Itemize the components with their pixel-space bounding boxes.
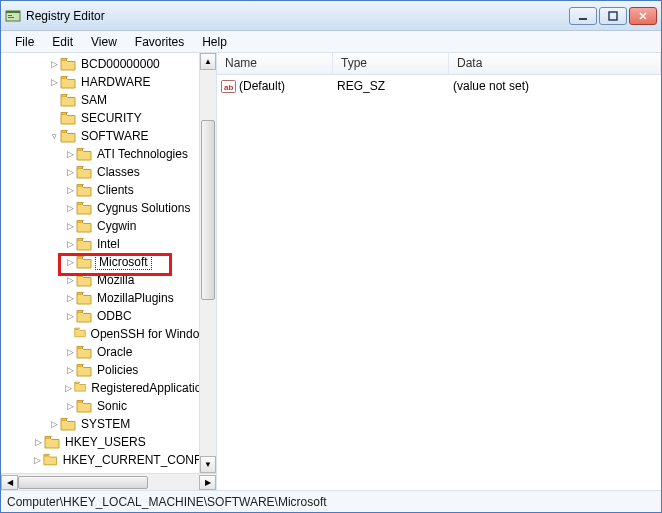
tree-item-label: ATI Technologies (95, 147, 190, 161)
tree-item[interactable]: ▷SYSTEM (1, 415, 216, 433)
menu-view[interactable]: View (83, 33, 125, 51)
tree-item[interactable]: ▷ATI Technologies (1, 145, 216, 163)
tree-item[interactable]: SECURITY (1, 109, 216, 127)
tree-expand-icon[interactable]: ▷ (65, 149, 75, 159)
scroll-right-button[interactable]: ▶ (199, 475, 216, 490)
svg-rect-3 (8, 17, 14, 18)
folder-icon (60, 57, 76, 71)
tree-expand-icon[interactable]: ▷ (65, 167, 75, 177)
tree-item-label: OpenSSH for Windows (89, 327, 216, 341)
scroll-left-button[interactable]: ◀ (1, 475, 18, 490)
folder-icon (60, 129, 76, 143)
tree-expand-icon[interactable]: ▷ (49, 419, 59, 429)
tree-item[interactable]: ▷Intel (1, 235, 216, 253)
tree-expand-icon[interactable]: ▷ (65, 347, 75, 357)
folder-icon (43, 453, 58, 467)
tree-expand-icon[interactable]: ▷ (65, 365, 75, 375)
folder-icon (76, 201, 92, 215)
folder-icon (76, 255, 92, 269)
tree-collapse-icon[interactable]: ▿ (49, 131, 59, 141)
vscroll-thumb[interactable] (201, 120, 215, 300)
tree-expand-icon[interactable]: ▷ (65, 383, 73, 393)
tree-item[interactable]: ▷HKEY_CURRENT_CONFIG (1, 451, 216, 469)
tree-expand-icon[interactable]: ▷ (65, 311, 75, 321)
folder-icon (76, 219, 92, 233)
tree-scroll[interactable]: ▷BCD00000000▷HARDWARESAMSECURITY▿SOFTWAR… (1, 53, 216, 473)
window-title: Registry Editor (26, 9, 569, 23)
folder-icon (76, 147, 92, 161)
column-header-type[interactable]: Type (333, 53, 449, 74)
menu-help[interactable]: Help (194, 33, 235, 51)
list-row[interactable]: ab (Default) REG_SZ (value not set) (221, 77, 657, 95)
tree-item[interactable]: ▷ODBC (1, 307, 216, 325)
tree-item[interactable]: ▷Sonic (1, 397, 216, 415)
tree-item[interactable]: ▷Cygnus Solutions (1, 199, 216, 217)
tree-vscrollbar[interactable]: ▲ ▼ (199, 53, 216, 473)
tree-expand-icon[interactable]: ▷ (65, 401, 75, 411)
tree-item[interactable]: ▷HARDWARE (1, 73, 216, 91)
folder-icon (60, 93, 76, 107)
list-pane: Name Type Data ab (Default) REG_SZ (valu… (217, 53, 661, 490)
tree-pane: ▷BCD00000000▷HARDWARESAMSECURITY▿SOFTWAR… (1, 53, 217, 490)
hscroll-thumb[interactable] (18, 476, 148, 489)
tree-expand-icon[interactable]: ▷ (49, 77, 59, 87)
scroll-down-button[interactable]: ▼ (200, 456, 216, 473)
list-body[interactable]: ab (Default) REG_SZ (value not set) (217, 75, 661, 490)
menu-file[interactable]: File (7, 33, 42, 51)
menu-favorites[interactable]: Favorites (127, 33, 192, 51)
tree-item[interactable]: OpenSSH for Windows (1, 325, 216, 343)
tree-item[interactable]: ▷Clients (1, 181, 216, 199)
scroll-up-button[interactable]: ▲ (200, 53, 216, 70)
tree-item-label: HARDWARE (79, 75, 153, 89)
app-icon (5, 8, 21, 24)
tree-expand-icon[interactable]: ▷ (65, 203, 75, 213)
tree-item-label: SYSTEM (79, 417, 132, 431)
statusbar: Computer\HKEY_LOCAL_MACHINE\SOFTWARE\Mic… (1, 490, 661, 512)
tree-hscrollbar[interactable]: ◀ ▶ (1, 473, 216, 490)
tree-item[interactable]: ▿SOFTWARE (1, 127, 216, 145)
tree-item[interactable]: ▷Oracle (1, 343, 216, 361)
titlebar: Registry Editor (1, 1, 661, 31)
tree-item[interactable]: ▷BCD00000000 (1, 55, 216, 73)
tree-item[interactable]: ▷Classes (1, 163, 216, 181)
tree-expand-icon[interactable]: ▷ (33, 455, 42, 465)
tree-item[interactable]: ▷Cygwin (1, 217, 216, 235)
tree-item-label: SOFTWARE (79, 129, 151, 143)
tree-expand-icon[interactable]: ▷ (65, 275, 75, 285)
tree-item-label: HKEY_USERS (63, 435, 148, 449)
tree-item-label: Oracle (95, 345, 134, 359)
minimize-button[interactable] (569, 7, 597, 25)
close-button[interactable] (629, 7, 657, 25)
svg-rect-5 (609, 12, 617, 20)
maximize-button[interactable] (599, 7, 627, 25)
tree-expand-icon[interactable]: ▷ (65, 293, 75, 303)
value-data: (value not set) (453, 79, 657, 93)
tree-item[interactable]: ▷Mozilla (1, 271, 216, 289)
tree-item-label: HKEY_CURRENT_CONFIG (61, 453, 216, 467)
tree-item[interactable]: ▷Microsoft (1, 253, 216, 271)
folder-icon (44, 435, 60, 449)
folder-icon (76, 183, 92, 197)
tree-item[interactable]: ▷HKEY_USERS (1, 433, 216, 451)
tree-item[interactable]: ▷RegisteredApplications (1, 379, 216, 397)
tree-expand-icon[interactable]: ▷ (33, 437, 43, 447)
tree-expand-icon[interactable]: ▷ (65, 185, 75, 195)
content-area: ▷BCD00000000▷HARDWARESAMSECURITY▿SOFTWAR… (1, 53, 661, 490)
tree-item[interactable]: ▷MozillaPlugins (1, 289, 216, 307)
tree-item[interactable]: SAM (1, 91, 216, 109)
tree-expand-icon[interactable]: ▷ (65, 257, 75, 267)
column-header-name[interactable]: Name (217, 53, 333, 74)
tree-item[interactable]: ▷Policies (1, 361, 216, 379)
folder-icon (74, 381, 86, 395)
tree-expand-icon[interactable]: ▷ (49, 59, 59, 69)
hscroll-track[interactable] (18, 475, 199, 490)
tree-expand-icon[interactable]: ▷ (65, 221, 75, 231)
folder-icon (76, 273, 92, 287)
tree-expand-icon[interactable]: ▷ (65, 239, 75, 249)
column-header-data[interactable]: Data (449, 53, 661, 74)
svg-text:ab: ab (224, 83, 233, 92)
menu-edit[interactable]: Edit (44, 33, 81, 51)
tree-item-label: Intel (95, 237, 122, 251)
folder-icon (60, 111, 76, 125)
vscroll-track[interactable] (200, 70, 216, 456)
